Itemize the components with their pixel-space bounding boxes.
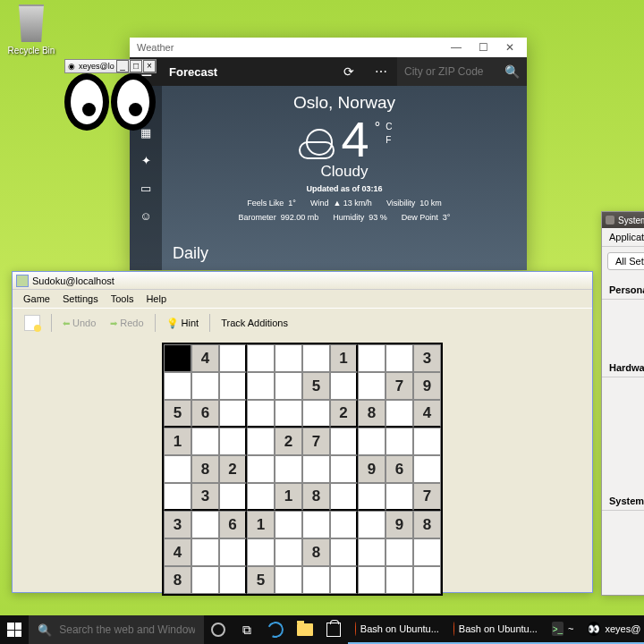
trends-icon[interactable]: ✦ — [141, 154, 151, 167]
sudoku-cell[interactable] — [247, 400, 275, 428]
sudoku-cell[interactable]: 1 — [275, 483, 302, 511]
feedback-icon[interactable]: ☺ — [140, 209, 151, 223]
taskbar-search-input[interactable] — [59, 623, 195, 636]
sudoku-cell[interactable]: 9 — [358, 455, 386, 483]
sudoku-cell[interactable] — [330, 483, 358, 511]
sudoku-cell[interactable] — [247, 372, 275, 400]
menu-settings[interactable]: Settings — [57, 292, 104, 306]
sudoku-cell[interactable]: 6 — [191, 400, 219, 428]
sudoku-cell[interactable]: 8 — [358, 400, 386, 428]
refresh-icon[interactable]: ⟳ — [333, 64, 365, 79]
sudoku-cell[interactable] — [330, 511, 358, 538]
sudoku-cell[interactable]: 1 — [164, 428, 191, 455]
sudoku-cell[interactable] — [191, 538, 219, 566]
sudoku-cell[interactable]: 8 — [164, 566, 191, 594]
sudoku-cell[interactable] — [219, 344, 247, 372]
sudoku-cell[interactable] — [386, 400, 413, 428]
sudoku-board[interactable]: 4135795628412782963187361984885 — [162, 343, 443, 596]
sudoku-cell[interactable] — [275, 511, 302, 538]
sudoku-cell[interactable]: 5 — [164, 400, 191, 428]
unit-f[interactable]: F — [386, 133, 392, 147]
store-button[interactable] — [319, 615, 348, 644]
sudoku-cell[interactable] — [247, 344, 275, 372]
redo-button[interactable]: ➡Redo — [104, 315, 149, 331]
sudoku-cell[interactable]: 8 — [191, 455, 219, 483]
sudoku-cell[interactable] — [247, 455, 275, 483]
sudoku-cell[interactable] — [330, 566, 358, 594]
sudoku-cell[interactable] — [386, 344, 413, 372]
sudoku-cell[interactable] — [358, 372, 386, 400]
track-additions-button[interactable]: Track Additions — [215, 315, 294, 331]
sudoku-cell[interactable] — [191, 566, 219, 594]
sudoku-cell[interactable] — [219, 428, 247, 455]
edge-button[interactable] — [261, 615, 290, 644]
close-button[interactable]: ✕ — [496, 38, 523, 57]
sudoku-cell[interactable] — [275, 372, 302, 400]
sudoku-cell[interactable] — [191, 428, 219, 455]
menu-tools[interactable]: Tools — [106, 292, 140, 306]
sudoku-cell[interactable] — [219, 483, 247, 511]
sudoku-cell[interactable] — [247, 483, 275, 511]
sudoku-cell[interactable]: 7 — [413, 483, 441, 511]
all-settings-button[interactable]: All Settin — [607, 252, 644, 270]
sudoku-cell[interactable] — [358, 483, 386, 511]
sudoku-cell[interactable] — [330, 538, 358, 566]
bluetooth-setting[interactable]: ⌵Blueto — [602, 377, 644, 435]
sudoku-cell[interactable] — [219, 372, 247, 400]
start-button[interactable] — [0, 615, 29, 644]
sudoku-cell[interactable] — [164, 455, 191, 483]
sudoku-cell[interactable] — [247, 428, 275, 455]
sudoku-cell[interactable] — [219, 538, 247, 566]
sudoku-cell[interactable]: 9 — [386, 511, 413, 538]
settings-titlebar[interactable]: System Set — [602, 212, 644, 228]
recycle-bin[interactable]: Recycle Bin — [4, 4, 58, 55]
sudoku-cell[interactable]: 1 — [247, 511, 275, 538]
sudoku-cell[interactable]: 3 — [164, 511, 191, 538]
xeyes-maximize[interactable]: □ — [130, 60, 142, 72]
sudoku-cell[interactable] — [164, 344, 191, 372]
sudoku-cell[interactable]: 8 — [413, 511, 441, 538]
sudoku-cell[interactable] — [219, 400, 247, 428]
news-icon[interactable]: ▭ — [140, 182, 151, 195]
sudoku-cell[interactable] — [275, 538, 302, 566]
sudoku-cell[interactable] — [164, 372, 191, 400]
sudoku-cell[interactable]: 5 — [302, 372, 330, 400]
xeyes-close[interactable]: × — [143, 60, 156, 72]
sudoku-cell[interactable]: 2 — [330, 400, 358, 428]
sudoku-cell[interactable] — [275, 455, 302, 483]
sudoku-cell[interactable]: 7 — [386, 372, 413, 400]
xeyes-minimize[interactable]: _ — [116, 60, 129, 72]
sudoku-cell[interactable]: 4 — [413, 400, 441, 428]
sudoku-cell[interactable]: 3 — [191, 483, 219, 511]
sudoku-cell[interactable] — [330, 455, 358, 483]
hint-button[interactable]: 💡Hint — [160, 315, 206, 332]
sudoku-cell[interactable] — [302, 511, 330, 538]
sudoku-cell[interactable] — [413, 455, 441, 483]
sudoku-cell[interactable] — [358, 428, 386, 455]
sudoku-cell[interactable] — [275, 400, 302, 428]
sudoku-cell[interactable]: 4 — [164, 538, 191, 566]
sudoku-cell[interactable] — [386, 483, 413, 511]
sudoku-cell[interactable] — [275, 344, 302, 372]
sudoku-titlebar[interactable]: Sudoku@localhost — [13, 272, 592, 290]
sudoku-cell[interactable] — [386, 566, 413, 594]
sudoku-cell[interactable] — [358, 538, 386, 566]
taskbar-app-bash-1[interactable]: Bash on Ubuntu... — [348, 615, 446, 644]
sudoku-cell[interactable]: 8 — [302, 538, 330, 566]
sudoku-cell[interactable] — [413, 538, 441, 566]
printers-setting[interactable]: Print — [602, 435, 644, 487]
sudoku-cell[interactable] — [330, 428, 358, 455]
city-search-input[interactable] — [404, 65, 504, 78]
sudoku-cell[interactable]: 7 — [302, 428, 330, 455]
taskbar-search[interactable]: 🔍 — [29, 615, 204, 644]
sudoku-cell[interactable] — [302, 455, 330, 483]
sudoku-cell[interactable] — [413, 428, 441, 455]
sudoku-cell[interactable]: 2 — [219, 455, 247, 483]
sudoku-cell[interactable] — [358, 344, 386, 372]
menu-help[interactable]: Help — [140, 292, 172, 306]
undo-button[interactable]: ⬅Undo — [56, 315, 102, 331]
sudoku-cell[interactable] — [358, 511, 386, 538]
sudoku-cell[interactable] — [191, 511, 219, 538]
sudoku-cell[interactable] — [219, 566, 247, 594]
sudoku-cell[interactable]: 3 — [413, 344, 441, 372]
